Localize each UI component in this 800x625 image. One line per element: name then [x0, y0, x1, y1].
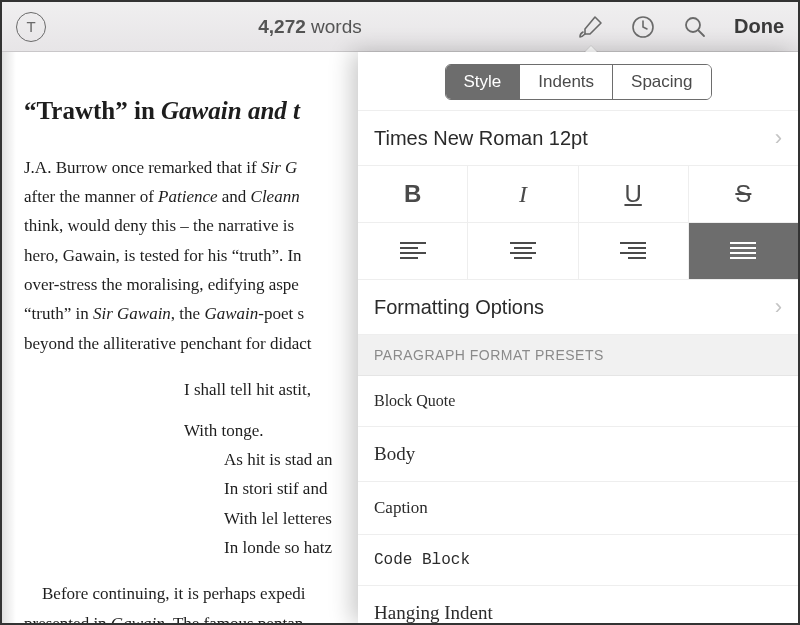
done-button[interactable]: Done — [734, 15, 784, 38]
preset-caption[interactable]: Caption — [358, 482, 798, 535]
align-left-icon — [398, 240, 428, 262]
tab-indents[interactable]: Indents — [519, 65, 612, 99]
formatting-options-label: Formatting Options — [374, 296, 544, 319]
typewriter-mode-button[interactable]: T — [16, 12, 46, 42]
search-icon — [682, 14, 708, 40]
preset-hanging-indent[interactable]: Hanging Indent — [358, 586, 798, 625]
word-count-suffix: words — [311, 16, 362, 37]
search-button[interactable] — [678, 10, 712, 44]
align-justify-icon — [728, 240, 758, 262]
bold-button[interactable]: B — [358, 166, 467, 222]
tab-spacing[interactable]: Spacing — [612, 65, 710, 99]
title-italic: Gawain and t — [161, 97, 300, 124]
segmented-wrap: Style Indents Spacing — [358, 52, 798, 111]
align-center-icon — [508, 240, 538, 262]
svg-line-2 — [699, 30, 705, 36]
word-count-number: 4,272 — [258, 16, 306, 37]
format-tabs: Style Indents Spacing — [445, 64, 712, 100]
history-button[interactable] — [626, 10, 660, 44]
font-label: Times New Roman 12pt — [374, 127, 588, 150]
align-left-button[interactable] — [358, 223, 467, 279]
preset-code-block[interactable]: Code Block — [358, 535, 798, 586]
typewriter-label: T — [26, 18, 35, 35]
preset-block-quote[interactable]: Block Quote — [358, 376, 798, 427]
align-center-button[interactable] — [467, 223, 577, 279]
strikethrough-button[interactable]: S — [688, 166, 798, 222]
presets-header: PARAGRAPH FORMAT PRESETS — [358, 335, 798, 376]
title-text: “Trawth” in — [24, 97, 161, 124]
align-justify-button[interactable] — [688, 223, 798, 279]
clock-icon — [630, 14, 656, 40]
chevron-right-icon: › — [775, 125, 782, 151]
formatting-options-row[interactable]: Formatting Options › — [358, 280, 798, 335]
format-popover: Style Indents Spacing Times New Roman 12… — [358, 52, 798, 623]
tab-style[interactable]: Style — [446, 65, 520, 99]
toolbar: T 4,272 words Done — [2, 2, 798, 52]
alignment-bar — [358, 223, 798, 280]
text-style-bar: B I U S — [358, 166, 798, 223]
font-row[interactable]: Times New Roman 12pt › — [358, 111, 798, 166]
align-right-icon — [618, 240, 648, 262]
word-count[interactable]: 4,272 words — [258, 16, 362, 38]
chevron-right-icon: › — [775, 294, 782, 320]
paintbrush-icon — [578, 14, 604, 40]
italic-button[interactable]: I — [467, 166, 577, 222]
align-right-button[interactable] — [578, 223, 688, 279]
underline-button[interactable]: U — [578, 166, 688, 222]
format-button[interactable] — [574, 10, 608, 44]
preset-body[interactable]: Body — [358, 427, 798, 482]
